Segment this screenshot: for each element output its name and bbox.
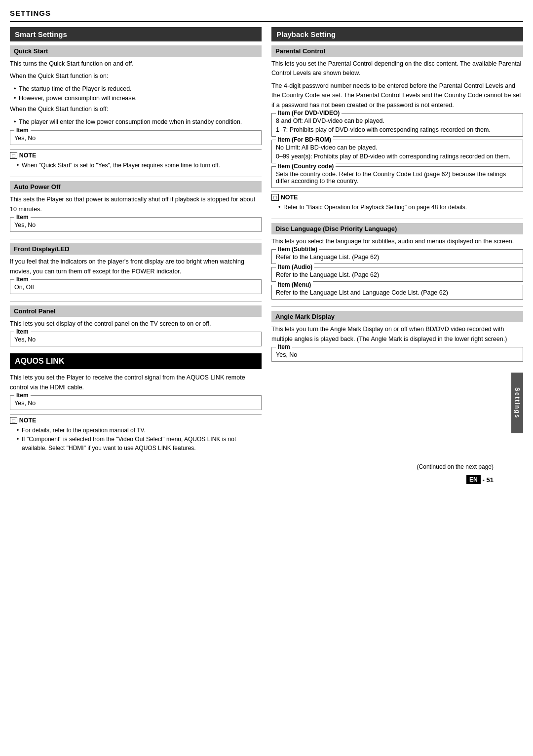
dvd-video-body1: 8 and Off: All DVD-video can be played. bbox=[276, 117, 519, 124]
page-number-area: EN - 51 bbox=[10, 475, 523, 484]
settings-header: SETTINGS bbox=[10, 9, 523, 17]
en-label: EN bbox=[466, 475, 481, 484]
parental-control-body2: The 4-digit password number needs to be … bbox=[271, 81, 523, 110]
note-icon: □ bbox=[10, 417, 17, 424]
control-panel-title: Control Panel bbox=[10, 305, 262, 317]
angle-mark-item-label: Item bbox=[276, 343, 292, 350]
control-panel-item-box: Item Yes, No bbox=[10, 332, 262, 346]
smart-settings-title: Smart Settings bbox=[10, 27, 262, 41]
aquos-link-note: □ NOTE For details, refer to the operati… bbox=[10, 414, 262, 453]
quick-start-body3: When the Quick Start function is off: bbox=[10, 105, 262, 114]
aquos-link-title: AQUOS LINK bbox=[10, 353, 262, 369]
parental-control-note-content: Refer to "Basic Operation for Playback S… bbox=[271, 203, 523, 212]
country-code-body: Sets the country code. Refer to the Coun… bbox=[276, 171, 519, 185]
menu-value: Refer to the Language List and Language … bbox=[276, 289, 519, 296]
quick-start-note: □ NOTE When "Quick Start" is set to "Yes… bbox=[10, 149, 262, 170]
control-panel-item-value: Yes, No bbox=[14, 336, 257, 343]
audio-value: Refer to the Language List. (Page 62) bbox=[276, 271, 519, 278]
angle-mark-title: Angle Mark Display bbox=[271, 311, 523, 322]
angle-mark-item-value: Yes, No bbox=[276, 351, 519, 358]
subtitle-box: Item (Subtitle) Refer to the Language Li… bbox=[271, 249, 523, 264]
menu-label: Item (Menu) bbox=[276, 281, 313, 288]
quick-start-section: Quick Start This turns the Quick Start f… bbox=[10, 45, 262, 170]
parental-control-section: Parental Control This lets you set the P… bbox=[271, 45, 523, 212]
bd-rom-box: Item (For BD-ROM) No Limit: All BD-video… bbox=[271, 140, 523, 163]
quick-start-body1: This turns the Quick Start function on a… bbox=[10, 59, 262, 69]
country-code-box: Item (Country code) Sets the country cod… bbox=[271, 166, 523, 188]
auto-power-off-item-box: Item Yes, No bbox=[10, 217, 262, 232]
dvd-video-label: Item (For DVD-VIDEO) bbox=[276, 110, 342, 116]
list-item: When "Quick Start" is set to "Yes", the … bbox=[17, 161, 262, 170]
country-code-label: Item (Country code) bbox=[276, 163, 336, 170]
list-item: However, power consumption will increase… bbox=[14, 94, 262, 103]
aquos-link-section: AQUOS LINK This lets you set the Player … bbox=[10, 353, 262, 453]
right-column: Playback Setting Parental Control This l… bbox=[271, 27, 523, 459]
quick-start-bullets-off: The player will enter the low power cons… bbox=[10, 117, 262, 127]
menu-box: Item (Menu) Refer to the Language List a… bbox=[271, 285, 523, 300]
auto-power-off-body: This sets the Player so that power is au… bbox=[10, 195, 262, 214]
bd-rom-label: Item (For BD-ROM) bbox=[276, 136, 333, 143]
disc-language-body: This lets you select the language for su… bbox=[271, 237, 523, 246]
auto-power-off-item-label: Item bbox=[14, 214, 31, 221]
auto-power-off-item-value: Yes, No bbox=[14, 222, 257, 228]
angle-mark-item-box: Item Yes, No bbox=[271, 347, 523, 362]
quick-start-item-box: Item Yes, No bbox=[10, 130, 262, 145]
aquos-link-note-content: For details, refer to the operation manu… bbox=[10, 426, 262, 453]
list-item: The startup time of the Player is reduce… bbox=[14, 84, 262, 94]
quick-start-item-value: Yes, No bbox=[14, 135, 257, 142]
front-display-item-value: On, Off bbox=[14, 284, 257, 291]
continued-text: (Continued on the next page) bbox=[10, 463, 523, 470]
note-icon: □ bbox=[271, 194, 279, 201]
settings-side-tab: Settings bbox=[511, 373, 523, 433]
front-display-section: Front Display/LED If you feel that the i… bbox=[10, 243, 262, 294]
page-number: - 51 bbox=[483, 476, 494, 484]
aquos-link-body: This lets you set the Player to receive … bbox=[10, 373, 262, 392]
list-item: Refer to "Basic Operation for Playback S… bbox=[278, 203, 523, 212]
subtitle-value: Refer to the Language List. (Page 62) bbox=[276, 254, 519, 261]
quick-start-title: Quick Start bbox=[10, 45, 262, 57]
note-icon: □ bbox=[10, 152, 17, 159]
dvd-video-box: Item (For DVD-VIDEO) 8 and Off: All DVD-… bbox=[271, 113, 523, 137]
parental-control-note: □ NOTE Refer to "Basic Operation for Pla… bbox=[271, 191, 523, 212]
quick-start-item-label: Item bbox=[14, 127, 31, 134]
bd-rom-body1: No Limit: All BD-video can be played. bbox=[276, 144, 519, 151]
auto-power-off-section: Auto Power Off This sets the Player so t… bbox=[10, 181, 262, 232]
angle-mark-body: This lets you turn the Angle Mark Displa… bbox=[271, 325, 523, 344]
list-item: The player will enter the low power cons… bbox=[14, 117, 262, 127]
list-item: For details, refer to the operation manu… bbox=[17, 426, 262, 435]
front-display-item-label: Item bbox=[14, 276, 31, 283]
control-panel-item-label: Item bbox=[14, 328, 31, 335]
front-display-body: If you feel that the indicators on the p… bbox=[10, 257, 262, 276]
aquos-link-item-label: Item bbox=[14, 392, 31, 399]
quick-start-bullets-on: The startup time of the Player is reduce… bbox=[10, 84, 262, 103]
subtitle-label: Item (Subtitle) bbox=[276, 246, 319, 253]
left-column: Smart Settings Quick Start This turns th… bbox=[10, 27, 262, 459]
quick-start-note-content: When "Quick Start" is set to "Yes", the … bbox=[10, 161, 262, 170]
aquos-link-note-title: □ NOTE bbox=[10, 417, 262, 424]
parental-control-title: Parental Control bbox=[271, 45, 523, 57]
audio-box: Item (Audio) Refer to the Language List.… bbox=[271, 267, 523, 282]
bd-rom-body2: 0–99 year(s): Prohibits play of BD-video… bbox=[276, 153, 519, 160]
control-panel-body: This lets you set display of the control… bbox=[10, 319, 262, 329]
front-display-title: Front Display/LED bbox=[10, 243, 262, 255]
disc-language-title: Disc Language (Disc Priority Language) bbox=[271, 223, 523, 234]
list-item: If "Component" is selected from the "Vid… bbox=[17, 435, 262, 453]
playback-setting-title: Playback Setting bbox=[271, 27, 523, 41]
control-panel-section: Control Panel This lets you set display … bbox=[10, 305, 262, 346]
auto-power-off-title: Auto Power Off bbox=[10, 181, 262, 192]
disc-language-section: Disc Language (Disc Priority Language) T… bbox=[271, 223, 523, 300]
audio-label: Item (Audio) bbox=[276, 264, 314, 270]
parental-control-note-title: □ NOTE bbox=[271, 194, 523, 201]
aquos-link-item-value: Yes, No bbox=[14, 400, 257, 407]
angle-mark-section: Angle Mark Display This lets you turn th… bbox=[271, 311, 523, 362]
dvd-video-body2: 1–7: Prohibits play of DVD-video with co… bbox=[276, 126, 519, 133]
parental-control-body1: This lets you set the Parental Control d… bbox=[271, 59, 523, 78]
quick-start-body2: When the Quick Start function is on: bbox=[10, 72, 262, 81]
quick-start-note-title: □ NOTE bbox=[10, 152, 262, 159]
front-display-item-box: Item On, Off bbox=[10, 279, 262, 294]
aquos-link-item-box: Item Yes, No bbox=[10, 395, 262, 410]
